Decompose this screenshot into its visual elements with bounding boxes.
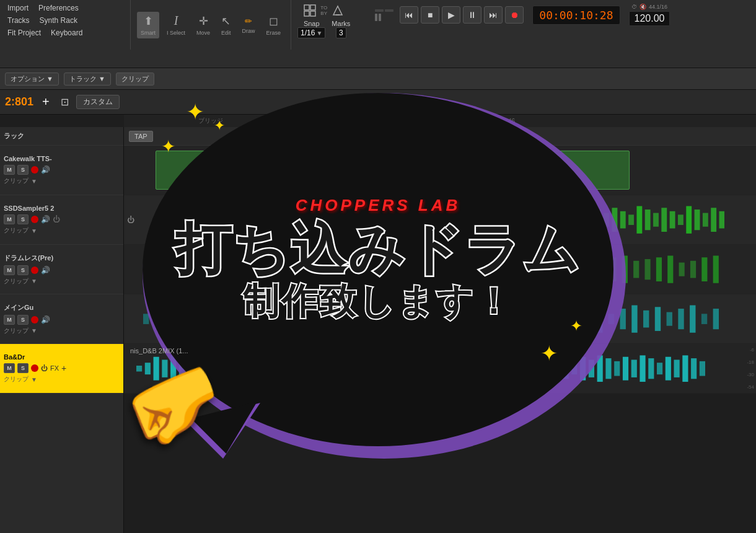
svg-rect-40 [455,208,460,232]
tool-move[interactable]: ✛ Move [193,12,214,38]
content-ssd[interactable]: ⏻ // Generate waveform bars [124,195,756,245]
volume-icon-ssd[interactable]: 🔊 [41,215,50,224]
solo-button-guitar[interactable]: S [17,315,29,325]
menu-keyboard[interactable]: Keyboard [47,27,86,38]
content-guitar[interactable] [124,294,756,344]
clip-midi-2[interactable] [250,151,345,190]
clip-midi-1[interactable] [156,151,231,190]
snap-label: Snap [304,20,320,27]
svg-rect-202 [384,355,390,382]
mute-button-guitar[interactable]: M [4,315,15,325]
clip-midi-4[interactable] [491,151,630,190]
add-track-button[interactable]: + [38,95,53,109]
svg-rect-25 [332,209,337,230]
svg-rect-122 [713,255,719,283]
clip-dropdown-cakewalk[interactable]: ▼ [31,178,37,185]
svg-rect-84 [281,262,286,276]
svg-rect-189 [273,361,279,376]
clip-dropdown-badr[interactable]: ▼ [31,376,37,383]
solo-button-badr[interactable]: S [17,363,29,373]
menu-fit-project[interactable]: Fit Project [4,27,45,38]
volume-icon-drums[interactable]: 🔊 [41,266,50,275]
tap-button[interactable]: TAP [129,131,153,142]
snap-dropdown-icon[interactable]: ▼ [316,30,322,37]
svg-rect-30 [372,209,378,230]
svg-rect-86 [304,261,309,278]
svg-rect-130 [224,305,230,332]
svg-rect-147 [422,314,428,324]
svg-rect-131 [236,314,242,324]
snap-value: 1/16 [301,29,315,37]
select-label: I Select [167,30,185,36]
power-icon-badr[interactable]: ⏻ [41,364,48,372]
tool-smart[interactable]: ⬆ Smart [137,12,159,38]
rewind-button[interactable]: ⏮ [400,6,418,24]
clip-midi-3[interactable] [364,151,478,190]
svg-rect-106 [531,255,537,283]
svg-rect-92 [372,257,377,281]
svg-rect-113 [610,257,616,281]
mute-button-cakewalk[interactable]: M [4,165,15,175]
clip-dropdown-drums[interactable]: ▼ [31,278,37,284]
record-button[interactable]: ⏺ [505,6,524,24]
drums-waveform-svg [156,252,724,286]
svg-rect-15 [248,211,254,229]
fx-button-badr[interactable]: FX [50,364,59,372]
menu-synth-rack[interactable]: Synth Rack [36,15,81,26]
svg-rect-223 [563,358,569,379]
clip-dropdown-ssd[interactable]: ▼ [31,227,37,234]
svg-rect-156 [527,309,532,329]
svg-rect-39 [447,213,452,226]
tempo-value[interactable]: 120.00 [629,11,670,26]
menu-row-1: Import Preferences [4,2,126,14]
volume-icon-guitar[interactable]: 🔊 [41,315,50,324]
svg-rect-160 [573,312,579,325]
tool-select[interactable]: I I Select [163,11,189,38]
add-button-badr[interactable]: + [61,363,66,373]
power-icon-ssd[interactable]: ⏻ [53,215,60,224]
content-badr[interactable]: nis_D&B 2MIX (1... -6 -18 -30 -54 [124,344,756,394]
svg-rect-137 [305,309,311,329]
clip-button[interactable]: クリップ [116,73,154,86]
svg-rect-168 [666,312,672,325]
svg-rect-180 [196,357,202,381]
menu-import[interactable]: Import [4,2,32,14]
clip-dropdown-guitar[interactable]: ▼ [31,327,37,334]
mute-button-badr[interactable]: M [4,363,15,373]
track-dropdown[interactable]: トラック ▼ [64,73,111,86]
svg-rect-8 [191,213,196,226]
content-cakewalk[interactable] [124,146,756,195]
forward-button[interactable]: ⏭ [484,6,503,24]
svg-rect-195 [324,357,330,381]
options-dropdown[interactable]: オプション ▼ [5,73,59,86]
svg-rect-175 [154,357,159,381]
track-row-ssd: SSDSampler5 2 M S 🔊 ⏻ クリップ ▼ [0,195,123,245]
solo-button-ssd[interactable]: S [17,214,29,224]
stop-button[interactable]: ■ [421,6,439,24]
svg-rect-204 [401,363,407,374]
svg-rect-148 [434,309,439,329]
draw-icon: ✏ [245,16,252,26]
content-drums[interactable] [124,245,756,294]
svg-rect-218 [521,358,526,379]
track-content: TAP ⏻ // Generate waveform bars [124,127,756,533]
mute-button-drums[interactable]: M [4,265,15,275]
pause-button[interactable]: ⏸ [463,6,481,24]
solo-button-drums[interactable]: S [17,265,29,275]
tool-draw[interactable]: ✏ Draw [239,14,259,37]
menu-tracks[interactable]: Tracks [4,15,33,26]
volume-icon-cakewalk[interactable]: 🔊 [41,165,50,174]
solo-button-cakewalk[interactable]: S [17,165,29,175]
tap-row: TAP [124,127,756,146]
svg-rect-110 [576,255,582,283]
duplicate-button[interactable]: ⊡ [58,96,71,108]
tool-edit[interactable]: ↖ Edit [218,12,235,38]
tool-erase[interactable]: ◻ Erase [263,12,285,38]
mute-button-ssd[interactable]: M [4,214,15,224]
guitar-waveform-svg [143,302,724,336]
svg-rect-211 [461,359,467,377]
toolbar3: 2:801 + ⊡ カスタム [0,90,756,115]
svg-rect-81 [247,261,252,278]
menu-preferences[interactable]: Preferences [35,2,82,14]
play-button[interactable]: ▶ [442,6,460,24]
